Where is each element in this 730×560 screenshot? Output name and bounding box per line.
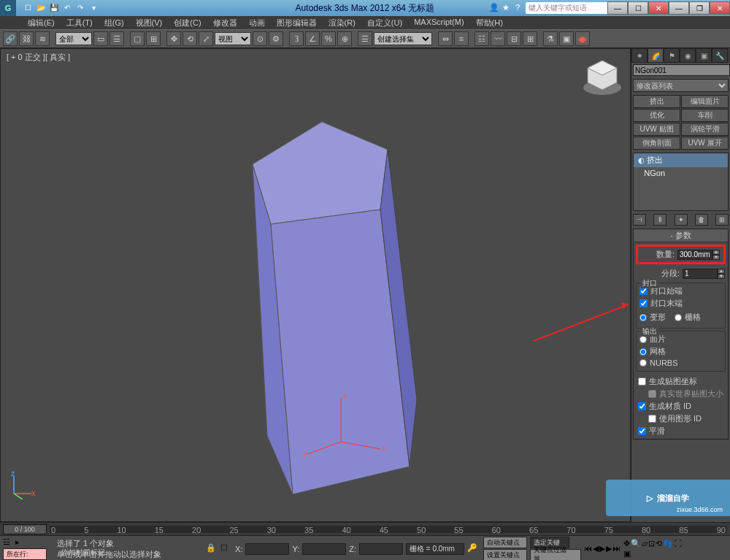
menu-help[interactable]: 帮助(H)	[470, 16, 509, 29]
viewcube[interactable]	[580, 55, 624, 99]
named-selection-dropdown[interactable]: 创建选择集	[374, 32, 432, 45]
unique-icon[interactable]: ✦	[675, 214, 688, 226]
menu-maxscript[interactable]: MAXScript(M)	[408, 16, 469, 29]
btn-bevelprofile[interactable]: 倒角剖面	[633, 137, 680, 150]
render-frame-icon[interactable]: ▣	[559, 31, 574, 46]
nav-maxview-icon[interactable]: ⛶	[674, 539, 682, 548]
btn-unwrap[interactable]: UVW 展开	[681, 137, 729, 150]
nav-walk-icon[interactable]: 👣	[663, 539, 673, 548]
rollout-title[interactable]: - 参数	[634, 229, 728, 242]
snap-icon[interactable]: 𝟛	[289, 31, 304, 46]
scale-icon[interactable]: ⤢	[199, 31, 213, 46]
isolate-icon[interactable]: ☐	[220, 543, 232, 555]
cap-morph-radio[interactable]	[639, 314, 647, 321]
goto-line-label[interactable]: 所在行:	[3, 548, 47, 560]
material-editor-icon[interactable]: ⊞	[523, 31, 537, 46]
render-setup-icon[interactable]: ⚗	[543, 31, 558, 46]
qat-redo-icon[interactable]: ↷	[74, 2, 86, 14]
time-slider[interactable]: 0 / 100 05101520253035404550556065707580…	[0, 522, 730, 535]
mirror-icon[interactable]: ⇔	[438, 31, 453, 46]
out-patch-radio[interactable]	[639, 336, 647, 343]
btn-turbosmooth[interactable]: 涡轮平滑	[681, 123, 729, 136]
cap-grid-radio[interactable]	[675, 314, 682, 321]
curve-editor-icon[interactable]: 〰	[491, 31, 505, 46]
segs-down-icon[interactable]: ▼	[718, 274, 725, 279]
tab-motion-icon[interactable]: ◉	[680, 48, 696, 63]
menu-group[interactable]: 组(G)	[99, 16, 130, 29]
autokey-button[interactable]: 自动关键点	[483, 537, 527, 548]
key-mode-icon[interactable]: 🔑	[467, 543, 480, 555]
btn-optimize[interactable]: 优化	[633, 109, 680, 122]
layers-icon[interactable]: ☷	[474, 31, 489, 46]
nav-zoomall-icon[interactable]: ⊡	[648, 539, 655, 548]
refcoord-dropdown[interactable]: 视图	[215, 32, 251, 45]
script-run-icon[interactable]: ▸	[15, 537, 27, 548]
infocenter-icon[interactable]: 👤	[489, 3, 499, 13]
goto-start-icon[interactable]: ⏮	[584, 544, 592, 553]
rotate-icon[interactable]: ⟲	[182, 31, 197, 46]
menu-views[interactable]: 视图(V)	[130, 16, 169, 29]
select-icon[interactable]: ▭	[93, 31, 108, 46]
viewport[interactable]: [ + 0 正交 ][ 真实 ] z x y z	[0, 48, 631, 522]
configure-icon[interactable]: ⊞	[715, 214, 729, 226]
percent-snap-icon[interactable]: %	[321, 31, 336, 46]
nav-zoom-icon[interactable]: 🔍	[631, 539, 641, 548]
modifier-stack[interactable]: ◐ 挤出 NGon	[633, 153, 729, 211]
menu-create[interactable]: 创建(C)	[168, 16, 207, 29]
setkey-button[interactable]: 设置关键点	[483, 549, 527, 560]
star-icon[interactable]: ★	[502, 3, 512, 13]
btn-editpatch[interactable]: 编辑面片	[681, 95, 729, 108]
menu-animation[interactable]: 动画	[243, 16, 271, 29]
use-shape-check[interactable]	[648, 415, 656, 423]
pin-stack-icon[interactable]: ⊣	[633, 214, 646, 226]
pivot-icon[interactable]: ⊙	[253, 31, 267, 46]
tab-display-icon[interactable]: ▣	[696, 48, 712, 63]
nav-pan-icon[interactable]: ✥	[623, 539, 630, 548]
restore-button[interactable]: ❐	[689, 1, 710, 15]
align-icon[interactable]: ≡	[454, 31, 469, 46]
app-logo[interactable]: G	[0, 0, 16, 16]
object-name-input[interactable]	[633, 64, 730, 76]
gen-map-check[interactable]	[638, 377, 646, 386]
spinner-snap-icon[interactable]: ⊕	[337, 31, 352, 46]
tab-create-icon[interactable]: ✷	[631, 48, 648, 63]
link-icon[interactable]: 🔗	[3, 31, 18, 46]
modifier-list-dropdown[interactable]: 修改器列表	[633, 79, 729, 92]
prev-frame-icon[interactable]: ◀	[593, 544, 599, 553]
close-button[interactable]: ✕	[648, 1, 669, 15]
amount-up-icon[interactable]: ▲	[712, 250, 720, 255]
script-mini-icon[interactable]: ☳	[3, 537, 15, 548]
named-sel-icon[interactable]: ☰	[358, 31, 372, 46]
lock-icon[interactable]: 🔒	[206, 543, 218, 555]
qat-save-icon[interactable]: 💾	[48, 2, 60, 14]
amount-input[interactable]	[677, 250, 712, 260]
smooth-check[interactable]	[638, 427, 646, 435]
menu-customize[interactable]: 自定义(U)	[361, 16, 408, 29]
menu-grapheditors[interactable]: 图形编辑器	[271, 16, 323, 29]
gen-mat-check[interactable]	[638, 402, 646, 410]
maximize-button[interactable]: ☐	[628, 1, 648, 15]
help-icon[interactable]: ?	[515, 3, 526, 13]
y-input[interactable]	[302, 543, 346, 555]
tab-modify-icon[interactable]: 🌈	[648, 48, 664, 63]
btn-extrude[interactable]: 挤出	[633, 95, 680, 108]
cap-end-check[interactable]	[639, 299, 648, 307]
amount-down-icon[interactable]: ▼	[712, 255, 720, 260]
qat-new-icon[interactable]: ☐	[22, 2, 34, 14]
menu-rendering[interactable]: 渲染(R)	[323, 16, 361, 29]
show-end-icon[interactable]: Ⅱ	[653, 214, 666, 226]
goto-end-icon[interactable]: ⏭	[612, 544, 620, 553]
angle-snap-icon[interactable]: ∠	[305, 31, 320, 46]
out-mesh-radio[interactable]	[639, 348, 647, 356]
close-button-2[interactable]: ✕	[710, 1, 730, 15]
nav-region-icon[interactable]: ▣	[623, 549, 631, 559]
keyfilters-button[interactable]: 关键点过滤器...	[530, 549, 581, 560]
minimize-button-2[interactable]: —	[669, 1, 689, 15]
schematic-icon[interactable]: ⊟	[507, 31, 521, 46]
menu-edit[interactable]: 编辑(E)	[22, 16, 61, 29]
time-slider-thumb[interactable]: 0 / 100	[3, 524, 47, 534]
viewport-label[interactable]: [ + 0 正交 ][ 真实 ]	[7, 52, 70, 63]
out-nurbs-radio[interactable]	[639, 359, 647, 367]
segs-up-icon[interactable]: ▲	[718, 269, 725, 274]
btn-lathe[interactable]: 车削	[681, 109, 729, 122]
